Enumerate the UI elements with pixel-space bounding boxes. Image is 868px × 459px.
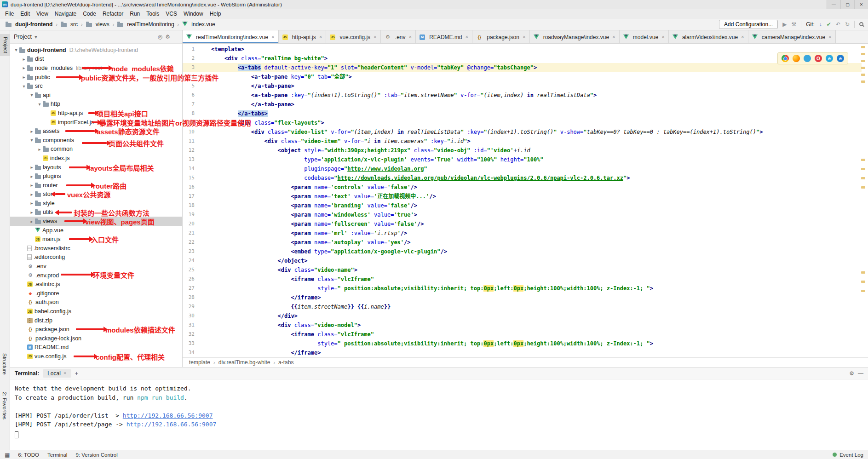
close-icon[interactable]: ✕ [523,35,526,39]
tree-item-node-modules[interactable]: ▸node_moduleslibrary root [10,63,182,73]
tab-readme-md[interactable]: MREADME.md✕ [416,30,472,44]
menu-help[interactable]: Help [207,11,224,17]
tab-env[interactable]: ⚙.env✕ [381,30,416,44]
opera-icon[interactable]: O [815,55,822,62]
tree-item-utils[interactable]: ▸utils [10,208,182,217]
chevron-right-icon[interactable]: ▸ [29,183,35,188]
tree-item-plugins[interactable]: ▸plugins [10,172,182,181]
chevron-down-icon[interactable]: ▾ [34,34,37,40]
statusbar-todo[interactable]: 6: TODO [18,452,39,458]
tab-package-json[interactable]: {}package.json✕ [472,30,529,44]
code-area[interactable]: 1<template>2 <div class="realTime bg-whi… [183,45,862,357]
tree-item-eslintrc-js[interactable]: JS.eslintrc.js [10,280,182,289]
tree-item-main-js[interactable]: JSmain.js [10,235,182,244]
tree-item-auth-json[interactable]: {}auth.json [10,298,182,307]
chevron-right-icon[interactable]: ▸ [29,201,35,206]
tab-http-api-js[interactable]: JShttp-api.js✕ [279,30,327,44]
tool-window-project-button[interactable]: Project [0,34,10,56]
tree-item-public[interactable]: ▸public [10,73,182,82]
chevron-right-icon[interactable]: ▸ [21,65,27,70]
project-panel-title[interactable]: Project [14,34,32,40]
menu-run[interactable]: Run [126,11,143,17]
menu-window[interactable]: Window [180,11,207,17]
tree-item-views[interactable]: ▸views [10,217,182,226]
close-icon[interactable]: ✕ [741,35,744,39]
close-icon[interactable]: ✕ [466,35,469,39]
tool-window-favorites-button[interactable]: 2: Favorites [2,392,7,419]
close-icon[interactable]: ✕ [409,35,412,39]
menu-view[interactable]: View [33,11,52,17]
chevron-down-icon[interactable]: ▾ [36,102,43,107]
chevron-right-icon[interactable]: ▸ [29,129,35,134]
breadcrumb-item-a-tabs[interactable]: a-tabs [277,359,294,366]
firefox-icon[interactable] [793,55,800,62]
breadcrumb-item-duoji-frontend[interactable]: duoji-frontend [5,21,53,28]
tree-item-editorconfig[interactable]: .editorconfig [10,253,182,262]
ie-icon[interactable]: e [826,55,833,62]
tree-item-app-vue[interactable]: App.vue [10,226,182,235]
menu-file[interactable]: File [2,11,17,17]
chevron-down-icon[interactable]: ▾ [21,84,27,89]
event-log-button[interactable]: Event Log [839,452,863,458]
tree-item-src[interactable]: ▾src [10,81,182,91]
tree-item-index-js[interactable]: JSindex.js [10,154,182,163]
terminal-tab-local[interactable]: Local ✕ [43,369,71,378]
statusbar-terminal[interactable]: Terminal [47,452,67,458]
git-rollback-icon[interactable]: ↶ [836,22,840,27]
chevron-right-icon[interactable]: ▸ [29,174,35,179]
tab-vue-config-js[interactable]: JSvue.config.js✕ [326,30,380,44]
chevron-right-icon[interactable]: ▸ [29,210,35,215]
add-configuration-button[interactable]: Add Configuration... [719,20,778,29]
breadcrumb-item-views[interactable]: views [85,21,110,28]
git-update-icon[interactable]: ↓ [819,22,822,27]
tool-windows-icon[interactable]: ▦ [5,452,10,458]
close-icon[interactable]: ✕ [612,35,615,39]
tree-item-common[interactable]: ▸common [10,145,182,154]
terminal-output[interactable]: Note that the development build is not o… [10,379,868,450]
tree-item-gitignore[interactable]: ◆.gitignore [10,289,182,298]
close-icon[interactable]: ✕ [828,35,832,39]
breadcrumb-item-index-vue[interactable]: index.vue [181,21,216,28]
tree-item-vue-config-js[interactable]: JSvue.config.js [10,352,182,361]
menu-code[interactable]: Code [80,11,99,17]
chevron-down-icon[interactable]: ▾ [29,92,35,98]
terminal-link[interactable]: http://192.168.66.56:9007 [123,412,213,419]
chevron-down-icon[interactable]: ▾ [13,47,19,52]
close-icon[interactable]: ✕ [374,35,377,39]
git-commit-icon[interactable]: ✔ [827,22,831,27]
chevron-right-icon[interactable]: ▸ [21,57,27,62]
safari-icon[interactable] [804,55,811,62]
tree-item-store[interactable]: ▸store [10,190,182,199]
menu-vcs[interactable]: VCS [162,11,180,17]
tree-item-layouts[interactable]: ▸layouts [10,163,182,172]
breadcrumb-item-src[interactable]: src [60,21,79,28]
tree-item-readme-md[interactable]: MREADME.md [10,343,182,352]
new-terminal-session-button[interactable]: + [75,370,79,377]
tree-item-http[interactable]: ▾http [10,100,182,109]
chevron-right-icon[interactable]: ▸ [36,147,43,152]
tree-item-duoji-frontend[interactable]: ▾duoji-frontendD:\zheheWeb\duoji-fronten… [10,46,182,55]
tree-item-router[interactable]: ▸router [10,181,182,190]
terminal-link[interactable]: http://192.168.66.56:9007 [126,421,217,428]
menu-edit[interactable]: Edit [17,11,33,17]
search-everywhere-icon[interactable] [859,22,863,26]
tab-realtimemonitoring-index-vue[interactable]: realTimeMonitoring\index.vue✕ [183,30,279,44]
tab-roadwaymanage-index-vue[interactable]: roadwayManage\index.vue✕ [530,30,620,44]
chevron-right-icon[interactable]: ▸ [29,219,35,224]
tree-item-http-api-js[interactable]: JShttp-api.js [10,109,182,118]
tree-item-api[interactable]: ▾api [10,91,182,100]
breadcrumb-item-div-realtime-bg-white[interactable]: div.realTime.bg-white [218,359,271,366]
breadcrumb-item-realtimemonitoring[interactable]: realTimeMonitoring [116,21,175,28]
tree-item-style[interactable]: ▸style [10,199,182,208]
tree-item-package-json[interactable]: {}package.json [10,325,182,334]
menu-refactor[interactable]: Refactor [99,11,126,17]
locate-file-icon[interactable]: ◎ [158,34,162,40]
tree-item-browserslistrc[interactable]: .browserslistrc [10,244,182,253]
tree-item-env-prod[interactable]: ⚙.env.prod [10,271,182,280]
menu-navigate[interactable]: Navigate [52,11,80,17]
close-icon[interactable]: ✕ [319,35,322,39]
chrome-icon[interactable] [782,55,789,62]
tree-item-env[interactable]: ⚙.env [10,262,182,271]
statusbar-version-control[interactable]: 9: Version Control [75,452,117,458]
hide-panel-icon[interactable]: — [173,34,178,40]
